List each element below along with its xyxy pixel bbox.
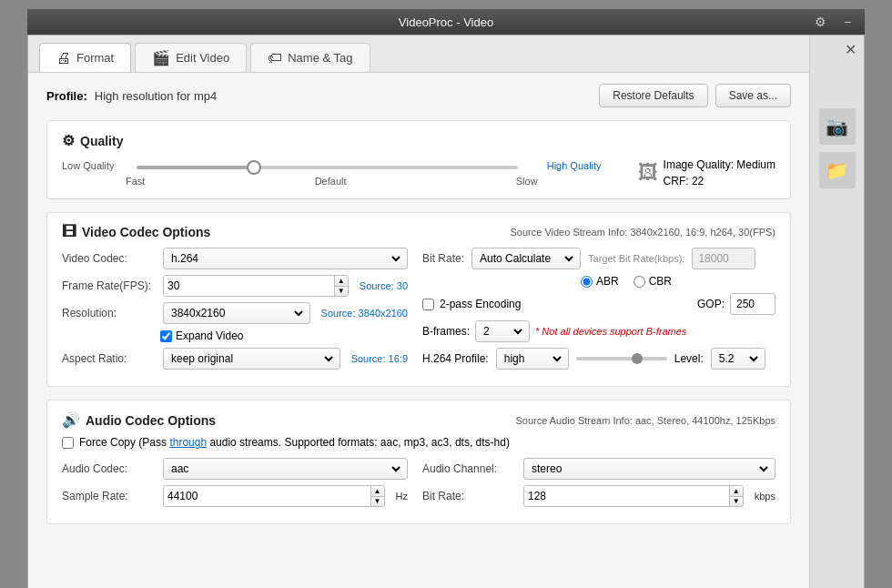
pass-through-link[interactable]: through xyxy=(169,436,207,449)
target-bitrate-label: Target Bit Rate(kbps): xyxy=(588,253,684,264)
frame-rate-source: Source: 30 xyxy=(360,280,408,291)
folder-icon: 📁 xyxy=(826,159,848,181)
abr-radio[interactable] xyxy=(581,276,593,288)
level-select[interactable]: 5.2 5.1 5.0 xyxy=(715,351,761,366)
audio-codec-icon: 🔊 xyxy=(62,411,80,429)
video-codec-select-wrapper[interactable]: h.264 h.265 mpeg4 copy xyxy=(163,248,408,269)
tab-name-tag[interactable]: 🏷 Name & Tag xyxy=(250,43,370,72)
video-codec-section: 🎞 Video Codec Options Source Video Strea… xyxy=(46,212,791,387)
force-copy-row: Force Copy (Pass through audio streams. … xyxy=(62,436,775,449)
sample-rate-unit: Hz xyxy=(396,491,408,502)
save-as-button[interactable]: Save as... xyxy=(715,84,791,107)
frame-rate-down[interactable]: ▼ xyxy=(335,287,348,297)
bitrate-label: Bit Rate: xyxy=(422,252,464,265)
quality-slider[interactable] xyxy=(137,166,518,169)
level-slider[interactable] xyxy=(576,357,667,360)
audio-channel-select[interactable]: stereo mono 5.1 xyxy=(528,461,771,476)
crf-label: CRF: 22 xyxy=(664,175,775,188)
expand-video-checkbox-label[interactable]: Expand Video xyxy=(160,329,244,342)
sample-rate-down[interactable]: ▼ xyxy=(371,497,384,507)
audio-bitrate-up[interactable]: ▲ xyxy=(730,486,743,497)
frame-rate-spinner[interactable]: ▲ ▼ xyxy=(163,275,349,297)
audio-channel-select-wrapper[interactable]: stereo mono 5.1 xyxy=(523,458,775,480)
frame-rate-input[interactable] xyxy=(164,276,334,296)
bframes-warning: * Not all devices support B-frames xyxy=(535,326,686,337)
bitrate-select-wrapper[interactable]: Auto Calculate Custom xyxy=(471,248,581,269)
gop-label: GOP: xyxy=(697,298,725,310)
speed-slow-label: Slow xyxy=(516,176,538,187)
profile-row: Profile: High resolution for mp4 Restore… xyxy=(46,84,791,107)
audio-codec-section: 🔊 Audio Codec Options Source Audio Strea… xyxy=(46,400,791,524)
quality-gear-icon: ⚙ xyxy=(62,132,75,149)
gear-button[interactable]: ⚙ xyxy=(810,12,830,32)
twopass-checkbox[interactable] xyxy=(422,299,434,310)
cbr-label: CBR xyxy=(649,275,672,288)
image-quality-label: Image Quality: Medium xyxy=(664,158,775,171)
h264-profile-label: H.264 Profile: xyxy=(422,352,489,365)
tab-edit-video[interactable]: 🎬 Edit Video xyxy=(135,43,247,72)
h264-profile-select[interactable]: high main baseline xyxy=(501,351,564,366)
aspect-ratio-source: Source: 16:9 xyxy=(351,353,408,364)
aspect-ratio-label: Aspect Ratio: xyxy=(62,352,157,365)
camera-icon: 📷 xyxy=(826,116,848,137)
target-bitrate-input[interactable] xyxy=(692,248,755,269)
sample-rate-input[interactable] xyxy=(164,486,370,506)
abr-radio-label[interactable]: ABR xyxy=(581,275,619,288)
audio-codec-select[interactable]: aac mp3 ac3 copy xyxy=(167,461,403,476)
camera-button[interactable]: 📷 xyxy=(819,108,856,145)
minimize-button[interactable]: − xyxy=(837,12,857,32)
audio-stream-info: Source Audio Stream Info: aac, Stereo, 4… xyxy=(515,415,775,426)
sample-rate-label: Sample Rate: xyxy=(62,490,157,502)
resolution-source: Source: 3840x2160 xyxy=(321,308,408,319)
window-title: VideoProc - Video xyxy=(399,15,493,29)
h264-profile-select-wrapper[interactable]: high main baseline xyxy=(496,348,569,370)
level-label: Level: xyxy=(674,352,704,365)
force-copy-text: Force Copy (Pass through audio streams. … xyxy=(79,436,510,449)
video-codec-title: Video Codec Options xyxy=(82,225,210,239)
audio-bitrate-spinner[interactable]: ▲ ▼ xyxy=(523,485,744,507)
low-quality-label: Low Quality xyxy=(62,160,126,171)
title-bar: VideoProc - Video ⚙ − xyxy=(27,9,865,35)
restore-defaults-button[interactable]: Restore Defaults xyxy=(599,84,707,107)
bitrate-select[interactable]: Auto Calculate Custom xyxy=(476,251,576,266)
force-copy-checkbox[interactable] xyxy=(62,437,74,449)
resolution-select-wrapper[interactable]: 3840x2160 1920x1080 1280x720 xyxy=(163,302,310,324)
frame-rate-label: Frame Rate(FPS): xyxy=(62,279,157,292)
video-stream-info: Source Video Stream Info: 3840x2160, 16:… xyxy=(511,227,775,238)
tab-edit-video-label: Edit Video xyxy=(176,51,229,65)
name-tag-icon: 🏷 xyxy=(268,50,282,66)
tab-format-label: Format xyxy=(76,51,114,65)
aspect-ratio-select-wrapper[interactable]: keep original 4:3 16:9 xyxy=(163,348,340,370)
twopass-label: 2-pass Encoding xyxy=(440,298,521,310)
cbr-radio[interactable] xyxy=(634,276,645,288)
audio-channel-label: Audio Channel: xyxy=(422,462,518,475)
twopass-checkbox-label[interactable]: 2-pass Encoding xyxy=(422,298,521,310)
content-area: Profile: High resolution for mp4 Restore… xyxy=(28,73,809,588)
format-icon: 🖨 xyxy=(56,50,71,66)
expand-video-checkbox[interactable] xyxy=(160,330,172,342)
sample-rate-up[interactable]: ▲ xyxy=(371,486,384,497)
bframes-select-wrapper[interactable]: 2 0 1 3 xyxy=(475,320,530,342)
profile-label: Profile: xyxy=(46,89,87,103)
sample-rate-spinner[interactable]: ▲ ▼ xyxy=(163,485,385,507)
audio-codec-select-wrapper[interactable]: aac mp3 ac3 copy xyxy=(163,458,408,480)
high-quality-label: High Quality xyxy=(529,160,602,171)
tab-name-tag-label: Name & Tag xyxy=(288,51,352,65)
right-panel: 📷 📁 xyxy=(809,35,864,588)
video-codec-icon: 🎞 xyxy=(62,224,76,240)
video-codec-select[interactable]: h.264 h.265 mpeg4 copy xyxy=(167,251,403,266)
speed-fast-label: Fast xyxy=(126,176,145,187)
tab-format[interactable]: 🖨 Format xyxy=(39,43,131,72)
frame-rate-up[interactable]: ▲ xyxy=(335,276,348,287)
audio-bitrate-input[interactable] xyxy=(524,486,729,506)
bframes-select[interactable]: 2 0 1 3 xyxy=(480,324,525,339)
level-select-wrapper[interactable]: 5.2 5.1 5.0 xyxy=(711,348,765,370)
cbr-radio-label[interactable]: CBR xyxy=(634,275,672,288)
aspect-ratio-select[interactable]: keep original 4:3 16:9 xyxy=(167,351,336,366)
folder-button[interactable]: 📁 xyxy=(819,152,856,188)
close-button[interactable]: ✕ xyxy=(845,41,857,58)
resolution-select[interactable]: 3840x2160 1920x1080 1280x720 xyxy=(167,306,306,320)
audio-bitrate-down[interactable]: ▼ xyxy=(730,497,743,507)
gop-input[interactable] xyxy=(730,293,775,315)
video-codec-label: Video Codec: xyxy=(62,252,157,265)
